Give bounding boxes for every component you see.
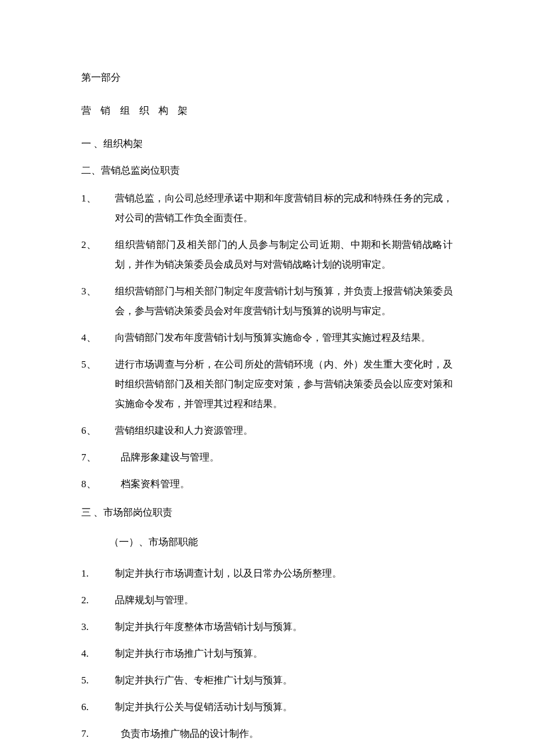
list-item: 8、 档案资料管理。 bbox=[81, 474, 453, 494]
list-item: 2、 组织营销部门及相关部门的人员参与制定公司近期、中期和长期营销战略计划，并作… bbox=[81, 235, 453, 275]
item-number: 6. bbox=[81, 697, 115, 717]
list-item: 2. 品牌规划与管理。 bbox=[81, 591, 453, 610]
list-item: 3. 制定并执行年度整体市场营销计划与预算。 bbox=[81, 617, 453, 637]
item-text: 进行市场调查与分析，在公司所处的营销环境（内、外）发生重大变化时，及时组织营销部… bbox=[115, 355, 453, 414]
part-title: 第一部分 bbox=[81, 70, 453, 85]
item-number: 7. bbox=[81, 724, 121, 744]
item-number: 4. bbox=[81, 644, 115, 664]
item-text: 组织营销部门及相关部门的人员参与制定公司近期、中期和长期营销战略计划，并作为销决… bbox=[115, 235, 453, 275]
section-1-heading: 一 、组织构架 bbox=[81, 136, 453, 152]
document-subtitle: 营 销 组 织 构 架 bbox=[81, 103, 453, 118]
section-2-list: 1、 营销总监，向公司总经理承诺中期和年度营销目标的完成和特殊任务的完成，对公司… bbox=[81, 189, 453, 494]
item-number: 8、 bbox=[81, 474, 121, 494]
item-number: 4、 bbox=[81, 328, 115, 348]
section-3-1-list: 1. 制定并执行市场调查计划，以及日常办公场所整理。 2. 品牌规划与管理。 3… bbox=[81, 564, 453, 744]
section-2-heading: 二、营销总监岗位职责 bbox=[81, 163, 453, 178]
list-item: 5. 制定并执行广告、专柜推广计划与预算。 bbox=[81, 671, 453, 690]
list-item: 5、 进行市场调查与分析，在公司所处的营销环境（内、外）发生重大变化时，及时组织… bbox=[81, 355, 453, 414]
item-number: 1. bbox=[81, 564, 115, 584]
item-text: 制定并执行年度整体市场营销计划与预算。 bbox=[115, 617, 453, 637]
item-number: 3. bbox=[81, 617, 115, 637]
item-number: 7、 bbox=[81, 448, 121, 467]
list-item: 4、 向营销部门发布年度营销计划与预算实施命令，管理其实施过程及结果。 bbox=[81, 328, 453, 348]
item-number: 5、 bbox=[81, 355, 115, 414]
list-item: 7、 品牌形象建设与管理。 bbox=[81, 448, 453, 467]
item-text: 品牌规划与管理。 bbox=[115, 591, 453, 610]
item-text: 负责市场推广物品的设计制作。 bbox=[121, 724, 453, 744]
item-text: 制定并执行市场推广计划与预算。 bbox=[115, 644, 453, 664]
item-text: 制定并执行市场调查计划，以及日常办公场所整理。 bbox=[115, 564, 453, 584]
list-item: 4. 制定并执行市场推广计划与预算。 bbox=[81, 644, 453, 664]
section-3-heading: 三 、市场部岗位职责 bbox=[81, 505, 453, 520]
item-text: 组织营销部门与相关部门制定年度营销计划与预算，并负责上报营销决策委员会，参与营销… bbox=[115, 282, 453, 321]
item-number: 1、 bbox=[81, 189, 115, 228]
item-number: 5. bbox=[81, 671, 115, 690]
list-item: 1. 制定并执行市场调查计划，以及日常办公场所整理。 bbox=[81, 564, 453, 584]
subsection-3-1-heading: （一）、市场部职能 bbox=[109, 534, 453, 550]
item-number: 6、 bbox=[81, 421, 115, 441]
item-text: 向营销部门发布年度营销计划与预算实施命令，管理其实施过程及结果。 bbox=[115, 328, 453, 348]
list-item: 7. 负责市场推广物品的设计制作。 bbox=[81, 724, 453, 744]
item-text: 档案资料管理。 bbox=[121, 474, 453, 494]
item-text: 制定并执行公关与促销活动计划与预算。 bbox=[115, 697, 453, 717]
list-item: 1、 营销总监，向公司总经理承诺中期和年度营销目标的完成和特殊任务的完成，对公司… bbox=[81, 189, 453, 228]
item-text: 营销总监，向公司总经理承诺中期和年度营销目标的完成和特殊任务的完成，对公司的营销… bbox=[115, 189, 453, 228]
item-number: 3、 bbox=[81, 282, 115, 321]
list-item: 3、 组织营销部门与相关部门制定年度营销计划与预算，并负责上报营销决策委员会，参… bbox=[81, 282, 453, 321]
item-text: 营销组织建设和人力资源管理。 bbox=[115, 421, 453, 441]
item-number: 2、 bbox=[81, 235, 115, 275]
item-text: 品牌形象建设与管理。 bbox=[121, 448, 453, 467]
list-item: 6. 制定并执行公关与促销活动计划与预算。 bbox=[81, 697, 453, 717]
item-number: 2. bbox=[81, 591, 115, 610]
item-text: 制定并执行广告、专柜推广计划与预算。 bbox=[115, 671, 453, 690]
list-item: 6、 营销组织建设和人力资源管理。 bbox=[81, 421, 453, 441]
